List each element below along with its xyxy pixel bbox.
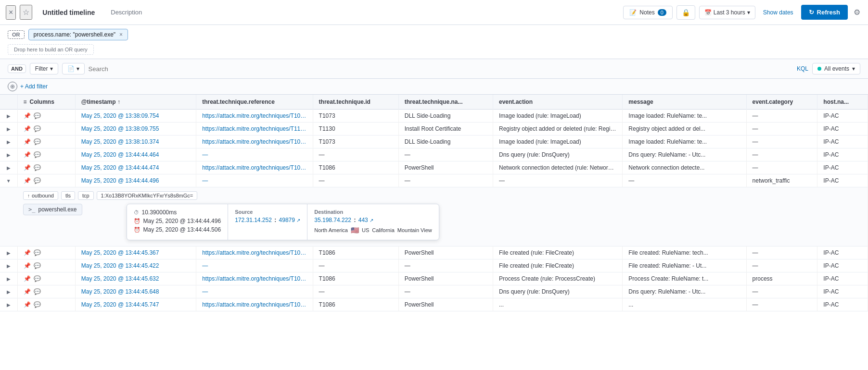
row-expand-button[interactable]: ▶ xyxy=(7,302,11,308)
show-dates-button[interactable]: Show dates xyxy=(759,6,797,19)
row-pin-button[interactable]: 📌 xyxy=(24,262,31,269)
row-pin-button[interactable]: 📌 xyxy=(24,112,31,119)
arrow-up-icon: ↑ xyxy=(27,193,30,198)
table-row: ▶ 📌 💬 May 25, 2020 @ 13:44:44.464 — — — … xyxy=(0,148,868,161)
settings-button[interactable]: ⚙ xyxy=(852,6,862,19)
dest-label: Destination xyxy=(314,209,432,215)
dest-port-link[interactable]: 443 xyxy=(358,217,368,223)
col-event-cat[interactable]: event.category xyxy=(746,95,817,110)
table-row: ▶ 📌 💬 May 25, 2020 @ 13:44:45.367 https:… xyxy=(0,247,868,259)
cell-timestamp: May 25, 2020 @ 13:44:45.367 xyxy=(75,247,196,259)
favorite-button[interactable]: ☆ xyxy=(20,5,32,20)
row-comment-button[interactable]: 💬 xyxy=(34,125,41,132)
row-pin-button[interactable]: 📌 xyxy=(24,164,31,171)
cell-host: IP-AC xyxy=(817,285,868,298)
row-comment-button[interactable]: 💬 xyxy=(34,249,41,256)
cell-event-action: Image loaded (rule: ImageLoad) xyxy=(493,110,622,123)
cell-threat-name: — xyxy=(398,259,493,272)
row-pin-button[interactable]: 📌 xyxy=(24,301,31,308)
notes-button[interactable]: 📝 Notes 0 xyxy=(623,6,672,19)
expanded-content: ↑ outbound tls tcp 1:Xo13B8YORxKMIkcYFxr… xyxy=(0,187,868,246)
row-expand-button[interactable]: ▶ xyxy=(7,139,11,145)
col-threat-id[interactable]: threat.technique.id xyxy=(313,95,398,110)
time1-value: May 25, 2020 @ 13:44:44.496 xyxy=(143,218,221,224)
clock-end-icon: ⏰ xyxy=(134,227,140,233)
cell-event-action: File created (rule: FileCreate) xyxy=(493,259,622,272)
tcp-tag: tcp xyxy=(78,191,94,200)
notes-icon: 📝 xyxy=(629,9,637,16)
events-table: ≡ Columns @timestamp ↑ threat.technique.… xyxy=(0,95,868,311)
col-threat-name[interactable]: threat.technique.na... xyxy=(398,95,493,110)
kql-button[interactable]: KQL xyxy=(797,65,808,72)
col-threat-ref[interactable]: threat.technique.reference xyxy=(196,95,313,110)
row-expand-button[interactable]: ▶ xyxy=(7,165,11,171)
row-pin-button[interactable]: 📌 xyxy=(24,288,31,295)
cell-event-cat: — xyxy=(746,123,817,136)
row-comment-button[interactable]: 💬 xyxy=(34,138,41,145)
tooltip-times: ⏱ 10.390000ms ⏰ May 25, 2020 @ 13:44:44.… xyxy=(127,204,229,240)
doc-type-button[interactable]: 📄 ▾ xyxy=(62,63,85,74)
time-range-button[interactable]: 📅 Last 3 hours ▾ xyxy=(699,6,755,19)
row-expand-button[interactable]: ▶ xyxy=(7,152,11,158)
row-pin-button[interactable]: 📌 xyxy=(24,177,31,184)
row-comment-button[interactable]: 💬 xyxy=(34,164,41,171)
cell-threat-id: — xyxy=(313,174,398,187)
cell-host: IP-AC xyxy=(817,298,868,311)
table-body: ▶ 📌 💬 May 25, 2020 @ 13:38:09.754 https:… xyxy=(0,110,868,311)
row-expand-button[interactable]: ▶ xyxy=(7,126,11,132)
col-event-action[interactable]: event.action xyxy=(493,95,622,110)
row-pin-button[interactable]: 📌 xyxy=(24,249,31,256)
filter-area: OR process.name: "powershell.exe" × Drop… xyxy=(0,25,868,59)
add-filter-button[interactable]: + Add filter xyxy=(20,83,48,90)
table-row: ▼ 📌 💬 May 25, 2020 @ 13:44:44.496 — — — … xyxy=(0,174,868,187)
cell-threat-id: T1130 xyxy=(313,123,398,136)
columns-label[interactable]: Columns xyxy=(30,99,54,105)
chip-close-button[interactable]: × xyxy=(119,31,123,38)
table-row: ▶ 📌 💬 May 25, 2020 @ 13:44:45.648 — — — … xyxy=(0,285,868,298)
col-host[interactable]: host.na... xyxy=(817,95,868,110)
close-button[interactable]: × xyxy=(6,5,16,20)
row-comment-button[interactable]: 💬 xyxy=(34,262,41,269)
table-row: ▶ 📌 💬 May 25, 2020 @ 13:44:45.632 https:… xyxy=(0,272,868,285)
row-comment-button[interactable]: 💬 xyxy=(34,275,41,282)
row-expand-button[interactable]: ▶ xyxy=(7,263,11,269)
cell-event-cat: process xyxy=(746,272,817,285)
row-pin-button[interactable]: 📌 xyxy=(24,151,31,158)
row-expand-button[interactable]: ▶ xyxy=(7,113,11,119)
row-pin-button[interactable]: 📌 xyxy=(24,138,31,145)
all-events-button[interactable]: All events ▾ xyxy=(812,63,860,74)
source-port-link[interactable]: 49879 xyxy=(279,217,295,223)
row-comment-button[interactable]: 💬 xyxy=(34,288,41,295)
cell-threat-id: T1086 xyxy=(313,298,398,311)
timeline-description[interactable]: Description xyxy=(105,6,148,19)
row-expand-button[interactable]: ▶ xyxy=(7,276,11,282)
row-pin-button[interactable]: 📌 xyxy=(24,275,31,282)
col-message[interactable]: message xyxy=(623,95,746,110)
add-filter-circle-icon[interactable]: ⊕ xyxy=(8,82,17,91)
timeline-title[interactable]: Untitled timeline xyxy=(36,5,101,20)
refresh-button[interactable]: ↻ Refresh xyxy=(801,5,848,20)
row-expand-button[interactable]: ▼ xyxy=(6,178,11,184)
cell-event-action: Dns query (rule: DnsQuery) xyxy=(493,148,622,161)
col-timestamp[interactable]: @timestamp ↑ xyxy=(75,95,196,110)
columns-icon: ≡ xyxy=(24,99,27,105)
source-ip-link[interactable]: 172.31.14.252 xyxy=(235,217,272,223)
time2-value: May 25, 2020 @ 13:44:44.506 xyxy=(143,226,221,233)
row-comment-button[interactable]: 💬 xyxy=(34,301,41,308)
cell-event-cat: network_traffic xyxy=(746,174,817,187)
filter-dropdown[interactable]: Filter ▾ xyxy=(30,63,58,74)
cell-event-cat: — xyxy=(746,285,817,298)
cell-event-cat: — xyxy=(746,161,817,174)
row-pin-button[interactable]: 📌 xyxy=(24,125,31,132)
cell-timestamp: May 25, 2020 @ 13:44:44.496 xyxy=(75,174,196,187)
row-expand-button[interactable]: ▶ xyxy=(7,289,11,295)
row-comment-button[interactable]: 💬 xyxy=(34,151,41,158)
row-comment-button[interactable]: 💬 xyxy=(34,177,41,184)
lock-button[interactable]: 🔒 xyxy=(677,5,695,20)
search-input[interactable] xyxy=(89,65,793,73)
row-expand-button[interactable]: ▶ xyxy=(7,250,11,256)
table-row: ▶ 📌 💬 May 25, 2020 @ 13:44:44.474 https:… xyxy=(0,161,868,174)
dest-ip-link[interactable]: 35.198.74.222 xyxy=(314,217,351,223)
row-comment-button[interactable]: 💬 xyxy=(34,112,41,119)
or-badge[interactable]: OR xyxy=(8,30,25,39)
